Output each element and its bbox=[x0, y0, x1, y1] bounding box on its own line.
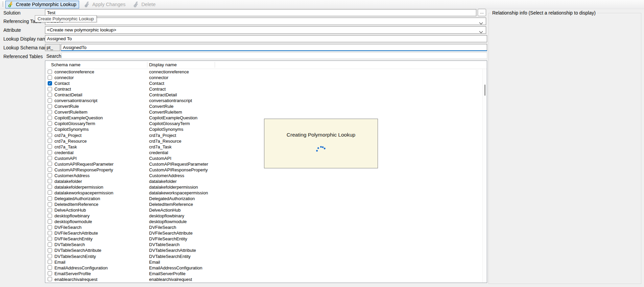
table-row[interactable]: DVTableSearchAttributeDVTableSearchAttri… bbox=[45, 247, 482, 253]
table-row[interactable]: conversationtranscriptconversationtransc… bbox=[45, 98, 482, 103]
checkbox-icon[interactable] bbox=[48, 133, 52, 137]
checkbox-icon[interactable] bbox=[48, 93, 52, 97]
checkbox-icon[interactable] bbox=[48, 202, 52, 207]
checkbox-icon[interactable] bbox=[48, 231, 52, 235]
solution-browse-button[interactable]: ... bbox=[478, 9, 486, 16]
display-name-cell: CopilotGlossaryTerm bbox=[149, 121, 190, 126]
create-polymorphic-lookup-button[interactable]: Create Polymorphic Lookup bbox=[5, 1, 79, 8]
schema-name-cell: ConvertRule bbox=[54, 103, 79, 109]
search-input[interactable] bbox=[62, 52, 487, 59]
checkbox-icon[interactable] bbox=[48, 150, 52, 154]
checkbox-icon[interactable] bbox=[48, 173, 52, 177]
schema-name-cell: CopilotSynonyms bbox=[54, 126, 89, 132]
spinner-dot bbox=[321, 146, 324, 148]
checkbox-icon[interactable] bbox=[48, 254, 52, 258]
schema-name-cell: CustomAPI bbox=[54, 156, 77, 161]
display-name-column-header[interactable]: Display name bbox=[149, 61, 177, 69]
checkbox-icon[interactable] bbox=[48, 248, 52, 253]
checkbox-icon[interactable] bbox=[48, 208, 52, 212]
table-row[interactable]: ContractContract bbox=[45, 86, 482, 92]
display-name-cell: datalakeworkspacepermission bbox=[149, 190, 208, 196]
checkbox-icon[interactable] bbox=[48, 260, 52, 264]
table-row[interactable]: connectionreferenceconnectionreference bbox=[45, 69, 482, 75]
relationship-info-label: Relationship info (Select a relationship… bbox=[491, 10, 597, 16]
schema-name-cell: DelegatedAuthorization bbox=[54, 196, 100, 201]
table-row[interactable]: datalakefolderdatalakefolder bbox=[45, 178, 482, 184]
attribute-label: Attribute bbox=[3, 27, 21, 33]
checkbox-icon[interactable] bbox=[48, 110, 52, 114]
scrollbar-thumb[interactable] bbox=[484, 85, 485, 96]
table-row[interactable]: DVFileSearchDVFileSearch bbox=[45, 224, 482, 230]
checkbox-icon[interactable] bbox=[48, 98, 52, 103]
toolbar-grip[interactable] bbox=[2, 2, 3, 7]
table-row[interactable]: DeletedItemReferenceDeletedItemReference bbox=[45, 201, 482, 207]
checkbox-icon[interactable] bbox=[48, 127, 52, 131]
checkbox-icon[interactable] bbox=[48, 121, 52, 126]
vertical-scrollbar[interactable] bbox=[482, 69, 487, 283]
table-row[interactable]: EmailServerProfileEmailServerProfile bbox=[45, 271, 482, 277]
table-row[interactable]: DVFileSearchAttributeDVFileSearchAttribu… bbox=[45, 230, 482, 236]
display-name-cell: DVTableSearchAttribute bbox=[149, 247, 196, 253]
table-row[interactable]: datalakefolderpermissiondatalakefolderpe… bbox=[45, 184, 482, 190]
table-row[interactable]: DVTableSearchDVTableSearch bbox=[45, 242, 482, 247]
checkbox-icon[interactable] bbox=[48, 70, 52, 74]
table-row[interactable]: desktopflowbinarydesktopflowbinary bbox=[45, 213, 482, 219]
checkbox-icon[interactable] bbox=[48, 179, 52, 183]
table-row[interactable]: datalakeworkspacepermissiondatalakeworks… bbox=[45, 190, 482, 196]
solution-field[interactable]: Test bbox=[45, 9, 476, 16]
referenced-tables-list[interactable]: Schema name Display name connectionrefer… bbox=[45, 61, 487, 283]
table-row[interactable]: DelegatedAuthorizationDelegatedAuthoriza… bbox=[45, 196, 482, 201]
table-row[interactable]: connectorconnector bbox=[45, 75, 482, 80]
display-name-cell: desktopflowmodule bbox=[149, 219, 187, 224]
checkbox-icon[interactable] bbox=[48, 196, 52, 201]
checkbox-icon[interactable] bbox=[48, 271, 52, 276]
attribute-combobox[interactable]: <Create new polymorphic lookup> bbox=[45, 26, 486, 34]
table-row[interactable]: DVTableSearchEntityDVTableSearchEntity bbox=[45, 254, 482, 259]
lookup-schema-name-field[interactable]: AssignedTo bbox=[61, 44, 487, 51]
table-row[interactable]: DelveActionHubDelveActionHub bbox=[45, 207, 482, 213]
checkbox-icon[interactable] bbox=[48, 167, 52, 172]
referenced-tables-label: Referenced Tables bbox=[3, 54, 43, 59]
schema-name-cell: DVFileSearchAttribute bbox=[54, 230, 98, 236]
table-row[interactable]: ContractDetailContractDetail bbox=[45, 92, 482, 98]
display-name-cell: crd7a_Task bbox=[149, 144, 171, 150]
checkbox-icon[interactable] bbox=[48, 190, 52, 195]
schema-name-cell: DVTableSearchAttribute bbox=[54, 247, 101, 253]
checkbox-icon[interactable] bbox=[48, 219, 52, 224]
table-row[interactable]: CustomerAddressCustomerAddress bbox=[45, 173, 482, 178]
table-row[interactable]: EmailEmail bbox=[45, 259, 482, 265]
checkbox-icon[interactable] bbox=[48, 116, 52, 120]
schema-name-cell: DVTableSearchEntity bbox=[54, 254, 96, 259]
checkbox-icon[interactable] bbox=[48, 242, 52, 247]
referencing-table-combobox[interactable]: incident bbox=[45, 18, 486, 25]
table-row[interactable]: DVFileSearchEntityDVFileSearchEntity bbox=[45, 236, 482, 242]
display-name-cell: ConvertRuleItem bbox=[149, 109, 182, 115]
table-row[interactable]: EntitlementEntitlement bbox=[45, 282, 482, 283]
checkbox-icon[interactable] bbox=[48, 87, 52, 91]
checkbox-icon[interactable] bbox=[48, 265, 52, 270]
table-row[interactable]: EmailAddressConfigurationEmailAddressCon… bbox=[45, 265, 482, 271]
lookup-display-name-field[interactable]: Assigned To bbox=[45, 35, 487, 42]
checkbox-icon[interactable] bbox=[48, 75, 52, 80]
table-row[interactable]: ConvertRuleItemConvertRuleItem bbox=[45, 109, 482, 115]
checkbox-icon[interactable] bbox=[48, 214, 52, 218]
checkbox-icon[interactable] bbox=[48, 277, 52, 281]
table-row[interactable]: desktopflowmoduledesktopflowmodule bbox=[45, 219, 482, 224]
display-name-cell: ContractDetail bbox=[149, 92, 177, 98]
checkbox-checked-icon[interactable]: ✓ bbox=[48, 81, 52, 86]
checkbox-icon[interactable] bbox=[48, 144, 52, 149]
table-row[interactable]: ConvertRuleConvertRule bbox=[45, 103, 482, 109]
delete-button-label: Delete bbox=[141, 2, 156, 7]
checkbox-icon[interactable] bbox=[48, 237, 52, 241]
checkbox-icon[interactable] bbox=[48, 156, 52, 160]
schema-name-column-header[interactable]: Schema name bbox=[51, 61, 80, 69]
checkbox-icon[interactable] bbox=[48, 225, 52, 230]
checkbox-icon[interactable] bbox=[48, 185, 52, 189]
checkbox-icon[interactable] bbox=[48, 162, 52, 166]
lightning-apply-icon bbox=[85, 2, 90, 7]
checkbox-icon[interactable] bbox=[48, 104, 52, 109]
table-row[interactable]: enablearchivalrequestenablearchivalreque… bbox=[45, 277, 482, 282]
display-name-cell: DVTableSearch bbox=[149, 242, 180, 247]
table-row[interactable]: ✓ContactContact bbox=[45, 80, 482, 86]
checkbox-icon[interactable] bbox=[48, 139, 52, 143]
